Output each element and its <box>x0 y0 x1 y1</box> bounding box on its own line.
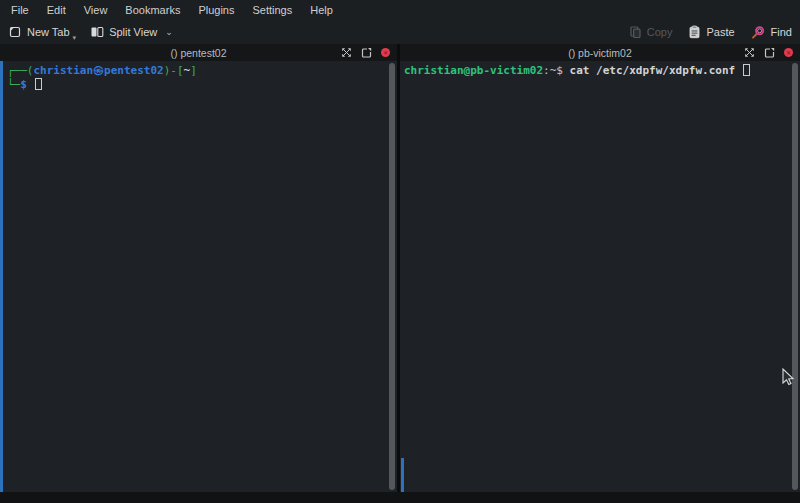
prompt-char: $ <box>20 78 27 91</box>
terminal-cursor <box>743 64 750 76</box>
split-view-label: Split View <box>109 26 157 38</box>
paste-button[interactable]: Paste <box>688 21 734 43</box>
kali-at-symbol: ㉿ <box>93 64 104 77</box>
maximize-pane-icon[interactable] <box>341 47 352 58</box>
scrollbar-pb-victim02[interactable] <box>791 62 799 491</box>
window-bottom-edge <box>0 492 800 503</box>
toolbar: New Tab ▾ Split View ⌄ <box>0 20 800 44</box>
menu-edit[interactable]: Edit <box>38 0 75 20</box>
konsole-window: File Edit View Bookmarks Plugins Setting… <box>0 0 800 503</box>
copy-button[interactable]: Copy <box>629 21 673 43</box>
prompt-user-host: christian@pb-victim02 <box>404 64 543 77</box>
split-view-icon <box>90 25 104 39</box>
copy-icon <box>629 25 642 39</box>
paste-label: Paste <box>706 26 734 38</box>
close-pane-button[interactable]: ✕ <box>381 48 390 57</box>
scrollbar-thumb[interactable] <box>792 63 798 490</box>
paste-icon <box>688 25 701 39</box>
prompt-frame-mid: )-[ <box>164 64 184 77</box>
pane-header-pb-victim02[interactable]: () pb-victim02 <box>400 44 800 61</box>
pane-title-pb-victim02: () pb-victim02 <box>400 47 800 59</box>
terminal-output-pentest02: ┌──(christian㉿pentest02)-[~] └─$ <box>0 61 397 92</box>
pane-header-pentest02[interactable]: () pentest02 <box>0 44 397 61</box>
split-view-button[interactable]: Split View ⌄ <box>90 21 173 43</box>
pane-title-pentest02: () pentest02 <box>0 47 397 59</box>
scrollbar-thumb[interactable] <box>389 63 395 490</box>
find-icon <box>751 25 766 40</box>
menu-bookmarks[interactable]: Bookmarks <box>116 0 189 20</box>
new-tab-label: New Tab <box>27 26 70 38</box>
prompt-user: christian <box>34 64 94 77</box>
detach-pane-icon[interactable] <box>361 47 372 58</box>
scrollbar-pentest02[interactable] <box>388 62 396 491</box>
find-button[interactable]: Find <box>751 21 792 43</box>
scroll-position-indicator <box>401 458 404 492</box>
terminal-output-pb-victim02: christian@pb-victim02:~$ cat /etc/xdpfw/… <box>400 61 800 78</box>
detach-pane-icon[interactable] <box>764 47 775 58</box>
terminal-cursor <box>35 78 42 90</box>
pane-pb-victim02: () pb-victim02 <box>400 44 800 492</box>
prompt-frame-close: ] <box>190 64 197 77</box>
prompt-frame-bottom: └─ <box>7 78 20 91</box>
command-text: cat /etc/xdpfw/xdpfw.conf <box>570 64 742 77</box>
menu-view[interactable]: View <box>75 0 117 20</box>
prompt-char: $ <box>556 64 569 77</box>
copy-label: Copy <box>647 26 673 38</box>
find-label: Find <box>771 26 792 38</box>
prompt-host: pentest02 <box>104 64 164 77</box>
split-view-chevron-icon: ⌄ <box>165 27 173 37</box>
terminal-pb-victim02[interactable]: christian@pb-victim02:~$ cat /etc/xdpfw/… <box>400 61 800 492</box>
close-pane-icon: ✕ <box>784 48 793 57</box>
menubar: File Edit View Bookmarks Plugins Setting… <box>0 0 800 20</box>
menu-file[interactable]: File <box>2 0 38 20</box>
new-tab-icon <box>8 25 22 39</box>
close-pane-icon: ✕ <box>381 48 390 57</box>
new-tab-menu-caret: ▾ <box>73 34 77 42</box>
menu-plugins[interactable]: Plugins <box>189 0 243 20</box>
prompt-colon: : <box>543 64 550 77</box>
maximize-pane-icon[interactable] <box>744 47 755 58</box>
new-tab-button[interactable]: New Tab ▾ <box>8 21 76 43</box>
active-pane-indicator <box>0 61 3 492</box>
close-pane-button[interactable]: ✕ <box>784 48 793 57</box>
split-view-container: () pentest02 <box>0 44 800 492</box>
pane-pentest02: () pentest02 <box>0 44 397 492</box>
prompt-frame-open: ┌──( <box>7 64 34 77</box>
terminal-pentest02[interactable]: ┌──(christian㉿pentest02)-[~] └─$ <box>0 61 397 492</box>
menu-help[interactable]: Help <box>301 0 342 20</box>
menu-settings[interactable]: Settings <box>243 0 301 20</box>
